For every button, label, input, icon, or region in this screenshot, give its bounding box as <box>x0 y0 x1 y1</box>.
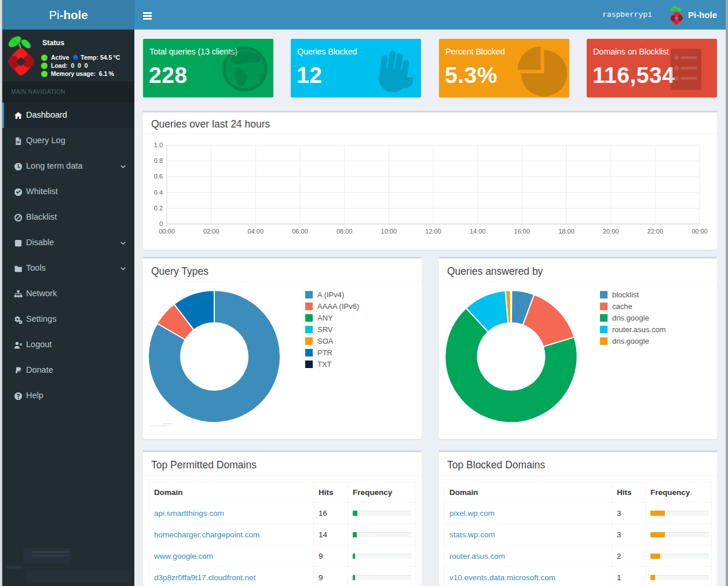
svg-text:04:00: 04:00 <box>248 228 264 235</box>
svg-text:02:00: 02:00 <box>203 228 220 235</box>
svg-text:00:00: 00:00 <box>692 228 708 235</box>
svg-text:12:00: 12:00 <box>425 228 441 235</box>
svg-text:06:00: 06:00 <box>292 228 308 235</box>
svg-text:20:00: 20:00 <box>603 228 619 235</box>
svg-text:08:00: 08:00 <box>336 228 353 235</box>
svg-text:18:00: 18:00 <box>558 228 575 235</box>
svg-text:14:00: 14:00 <box>470 228 486 235</box>
svg-text:0.6: 0.6 <box>154 173 163 180</box>
svg-text:0: 0 <box>159 220 163 227</box>
svg-text:22:00: 22:00 <box>647 228 664 235</box>
svg-text:10:00: 10:00 <box>381 228 397 235</box>
svg-text:0.8: 0.8 <box>154 157 163 164</box>
svg-text:0.4: 0.4 <box>154 189 163 196</box>
svg-text:1.0: 1.0 <box>154 141 163 148</box>
svg-text:00:00: 00:00 <box>159 228 175 235</box>
svg-text:16:00: 16:00 <box>514 228 531 235</box>
svg-text:0.2: 0.2 <box>154 205 163 212</box>
